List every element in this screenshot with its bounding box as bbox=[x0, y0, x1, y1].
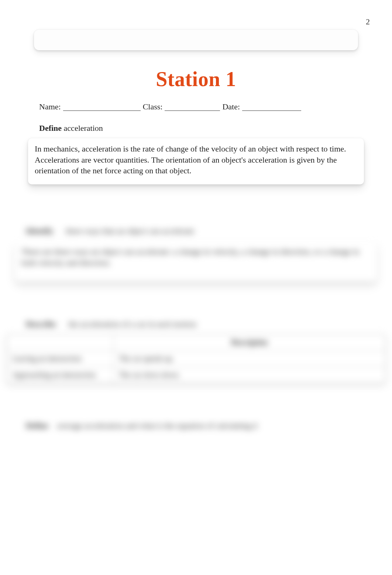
q4-prompt-rest: average acceleration and what is the equ… bbox=[55, 421, 258, 430]
table-row: Approaching an intersection The car slow… bbox=[7, 367, 385, 383]
q3-table: Description Leaving an intersection The … bbox=[7, 334, 385, 383]
student-info-row: Name: Class: Date: bbox=[13, 102, 379, 112]
q4-prompt-bold: Define bbox=[26, 421, 48, 430]
q3-row2-desc: The car slows down. bbox=[114, 367, 385, 383]
q1-prompt: Define acceleration bbox=[39, 123, 353, 133]
q2-prompt-bold: Identify bbox=[26, 226, 54, 235]
date-label: Date: bbox=[222, 102, 240, 112]
q3-prompt-rest: the acceleration of a car in each motion bbox=[66, 319, 196, 329]
q3-header-desc: Description bbox=[114, 334, 385, 351]
q2-prompt: Identify three ways that an object can a… bbox=[26, 226, 366, 236]
locked-preview-blur: Identify three ways that an object can a… bbox=[0, 192, 392, 575]
name-blank[interactable] bbox=[63, 102, 141, 111]
header-placeholder-card bbox=[34, 30, 358, 50]
q3-header-blank bbox=[7, 334, 114, 351]
q1-prompt-bold: Define bbox=[39, 123, 62, 133]
q3-row2-label: Approaching an intersection bbox=[7, 367, 114, 383]
q2-answer-card: There are three ways an object can accel… bbox=[15, 241, 377, 282]
class-label: Class: bbox=[143, 102, 163, 112]
q2-prompt-rest: three ways that an object can accelerate bbox=[64, 226, 195, 235]
q1-answer-card: In mechanics, acceleration is the rate o… bbox=[28, 138, 364, 184]
q3-prompt: Describe the acceleration of a car in ea… bbox=[26, 319, 366, 329]
table-row: Leaving an intersection The car speeds u… bbox=[7, 351, 385, 367]
q1-prompt-rest: acceleration bbox=[62, 123, 103, 133]
class-blank[interactable] bbox=[165, 102, 220, 111]
table-row: Description bbox=[7, 334, 385, 351]
q3-row1-label: Leaving an intersection bbox=[7, 351, 114, 367]
worksheet-page: 2 Station 1 Name: Class: Date: Define ac… bbox=[0, 0, 392, 575]
page-number: 2 bbox=[366, 17, 370, 27]
date-blank[interactable] bbox=[242, 102, 301, 111]
page-title: Station 1 bbox=[13, 67, 379, 91]
name-label: Name: bbox=[39, 102, 61, 112]
q4-prompt: Define average acceleration and what is … bbox=[26, 421, 366, 431]
q3-row1-desc: The car speeds up. bbox=[114, 351, 385, 367]
q3-prompt-bold: Describe bbox=[26, 319, 56, 329]
